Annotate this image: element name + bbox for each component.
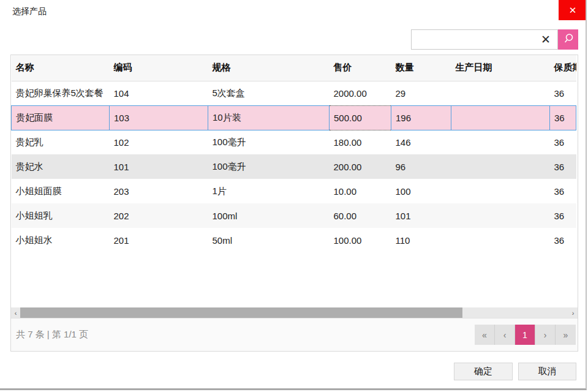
col-header-price[interactable]: 售价 — [330, 55, 391, 81]
next-page-button[interactable]: › — [535, 325, 556, 345]
grid-viewport: 名称 编码 规格 售价 数量 生产日期 保质期 贵妃卵巢保养5次套餐 104 5… — [11, 55, 578, 307]
cell-qty[interactable]: 29 — [391, 81, 451, 105]
cell-spec[interactable]: 5次套盒 — [208, 81, 330, 105]
cell-name[interactable]: 贵妃卵巢保养5次套餐 — [12, 81, 110, 105]
cell-code[interactable]: 201 — [110, 228, 208, 252]
cell-date[interactable] — [451, 130, 550, 154]
cell-shelf[interactable]: 36 — [550, 81, 576, 105]
dialog-title: 选择产品 — [12, 6, 47, 17]
cell-price[interactable]: 200.00 — [330, 154, 391, 179]
cell-code[interactable]: 102 — [110, 130, 208, 154]
cell-shelf[interactable]: 36 — [550, 130, 576, 154]
cell-shelf[interactable]: 36 — [550, 203, 576, 228]
cell-price[interactable]: 2000.00 — [330, 81, 391, 105]
first-page-button[interactable]: « — [475, 325, 495, 345]
cell-spec[interactable]: 100毫升 — [208, 154, 330, 179]
col-header-date[interactable]: 生产日期 — [451, 55, 550, 81]
clear-search-icon[interactable]: ✕ — [537, 29, 555, 50]
table-row[interactable]: 小姐姐水 201 50ml 100.00 110 36 — [12, 228, 576, 252]
scroll-left-icon[interactable]: ‹ — [11, 307, 20, 318]
cell-spec[interactable]: 100毫升 — [208, 130, 330, 154]
horizontal-scrollbar[interactable]: ‹ › — [11, 307, 578, 318]
close-button[interactable]: ✕ — [559, 0, 587, 20]
product-grid-panel: 名称 编码 规格 售价 数量 生产日期 保质期 贵妃卵巢保养5次套餐 104 5… — [10, 55, 578, 352]
cell-shelf[interactable]: 36 — [550, 105, 576, 130]
col-header-qty[interactable]: 数量 — [391, 55, 451, 81]
cell-spec[interactable]: 10片装 — [208, 105, 330, 130]
search-button[interactable] — [558, 29, 578, 50]
select-product-dialog: 选择产品 ✕ ✕ 名称 编码 规格 售价 数量 — [0, 0, 587, 390]
cell-qty[interactable]: 196 — [391, 105, 451, 130]
cell-name[interactable]: 小姐姐乳 — [12, 203, 110, 228]
cell-qty[interactable]: 146 — [391, 130, 451, 154]
cell-date[interactable] — [451, 81, 550, 105]
table-row-selected[interactable]: 贵妃面膜 103 10片装 500.00 196 36 — [12, 105, 576, 130]
cell-price-focused[interactable]: 500.00 — [330, 105, 391, 130]
table-row[interactable]: 小姐姐面膜 203 1片 10.00 100 36 — [12, 179, 576, 203]
header-row: 名称 编码 规格 售价 数量 生产日期 保质期 — [12, 55, 576, 81]
scrollbar-thumb[interactable] — [20, 307, 462, 318]
cell-qty[interactable]: 100 — [391, 179, 451, 203]
col-header-shelf[interactable]: 保质期 — [550, 55, 576, 81]
cell-date[interactable] — [451, 105, 550, 130]
cell-name[interactable]: 小姐姐水 — [12, 228, 110, 252]
prev-page-button[interactable]: ‹ — [495, 325, 515, 345]
cancel-button[interactable]: 取消 — [518, 363, 576, 380]
cell-spec[interactable]: 1片 — [208, 179, 330, 203]
cell-code[interactable]: 203 — [110, 179, 208, 203]
cell-date[interactable] — [451, 203, 550, 228]
scroll-right-icon[interactable]: › — [568, 307, 578, 318]
cell-date[interactable] — [451, 154, 550, 179]
cell-price[interactable]: 60.00 — [330, 203, 391, 228]
col-header-name[interactable]: 名称 — [12, 55, 110, 81]
table-row[interactable]: 贵妃乳 102 100毫升 180.00 146 36 — [12, 130, 576, 154]
pagination: « ‹ 1 › » — [475, 325, 576, 345]
cell-code[interactable]: 104 — [110, 81, 208, 105]
cell-code[interactable]: 103 — [110, 105, 208, 130]
record-summary: 共 7 条 | 第 1/1 页 — [16, 329, 88, 341]
cell-spec[interactable]: 50ml — [208, 228, 330, 252]
cell-price[interactable]: 100.00 — [330, 228, 391, 252]
cell-name[interactable]: 贵妃乳 — [12, 130, 110, 154]
cell-code[interactable]: 202 — [110, 203, 208, 228]
cell-code[interactable]: 101 — [110, 154, 208, 179]
cell-price[interactable]: 10.00 — [330, 179, 391, 203]
cell-date[interactable] — [451, 179, 550, 203]
product-table: 名称 编码 规格 售价 数量 生产日期 保质期 贵妃卵巢保养5次套餐 104 5… — [11, 55, 576, 252]
col-header-code[interactable]: 编码 — [110, 55, 208, 81]
ok-button[interactable]: 确定 — [454, 363, 513, 380]
close-icon: ✕ — [569, 5, 577, 16]
cell-price[interactable]: 180.00 — [330, 130, 391, 154]
cell-qty[interactable]: 101 — [391, 203, 451, 228]
cell-shelf[interactable]: 36 — [550, 179, 576, 203]
table-row[interactable]: 贵妃卵巢保养5次套餐 104 5次套盒 2000.00 29 36 — [12, 81, 576, 105]
cell-name[interactable]: 贵妃水 — [12, 154, 110, 179]
cell-qty[interactable]: 96 — [391, 154, 451, 179]
last-page-button[interactable]: » — [556, 325, 576, 345]
cell-shelf[interactable]: 36 — [550, 154, 576, 179]
cell-date[interactable] — [451, 228, 550, 252]
cell-name[interactable]: 小姐姐面膜 — [12, 179, 110, 203]
table-row[interactable]: 贵妃水 101 100毫升 200.00 96 36 — [12, 154, 576, 179]
cell-name[interactable]: 贵妃面膜 — [12, 105, 110, 130]
cell-spec[interactable]: 100ml — [208, 203, 330, 228]
page-1-button[interactable]: 1 — [515, 325, 535, 345]
search-icon — [562, 32, 575, 47]
cell-shelf[interactable]: 36 — [550, 228, 576, 252]
col-header-spec[interactable]: 规格 — [208, 55, 330, 81]
cell-qty[interactable]: 110 — [391, 228, 451, 252]
grid-footer: 共 7 条 | 第 1/1 页 « ‹ 1 › » — [11, 318, 578, 351]
search-input[interactable] — [411, 29, 558, 50]
table-row[interactable]: 小姐姐乳 202 100ml 60.00 101 36 — [12, 203, 576, 228]
